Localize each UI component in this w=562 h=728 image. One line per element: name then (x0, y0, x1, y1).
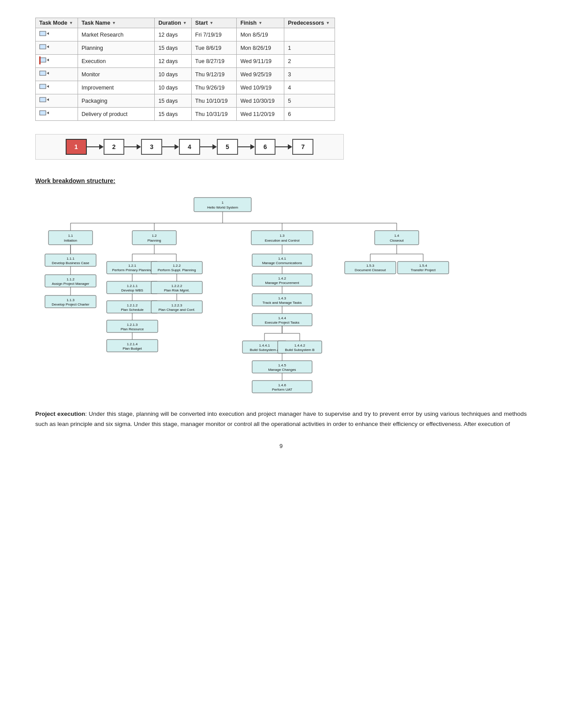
task-pred-cell: 6 (284, 108, 335, 121)
table-row: Execution12 daysTue 8/27/19Wed 9/11/192 (36, 55, 335, 68)
task-duration-cell: 15 days (155, 108, 191, 121)
svg-text:Build Subsystem A: Build Subsystem A (250, 348, 279, 352)
task-mode-cell (36, 81, 78, 94)
svg-text:Manage Procurement: Manage Procurement (265, 281, 300, 285)
svg-text:Execute Project Tasks: Execute Project Tasks (265, 321, 300, 325)
task-pred-cell: 4 (284, 81, 335, 94)
task-mode-cell (36, 55, 78, 68)
task-mode-icon (39, 43, 49, 51)
arrow-node-6: 6 (255, 139, 276, 155)
svg-text:Closeout: Closeout (390, 239, 404, 243)
svg-text:1.4.2: 1.4.2 (278, 276, 286, 280)
svg-rect-7 (40, 71, 46, 75)
task-start-cell: Thu 10/31/19 (191, 108, 237, 121)
svg-text:Manage Communications: Manage Communications (262, 261, 302, 265)
node-label-1: 1 (66, 139, 87, 155)
wbs-heading: Work breakdown structure: (35, 177, 527, 184)
node-label-2: 2 (104, 139, 125, 155)
task-start-cell: Tue 8/27/19 (191, 55, 237, 68)
svg-text:1: 1 (222, 201, 224, 205)
svg-text:1.4.4.1: 1.4.4.1 (259, 343, 270, 347)
svg-rect-9 (40, 84, 46, 89)
task-mode-cell (36, 41, 78, 55)
col-header-task-mode[interactable]: Task Mode▼ (36, 18, 78, 28)
col-header-predecessors[interactable]: Predecessors▼ (284, 18, 335, 28)
page-number: 9 (35, 443, 527, 449)
svg-text:Build Subsystem B: Build Subsystem B (285, 348, 314, 352)
dropdown-arrow-task-name[interactable]: ▼ (112, 21, 116, 25)
task-finish-cell: Wed 10/9/19 (237, 81, 284, 94)
svg-marker-8 (47, 72, 49, 75)
svg-text:1.2.2: 1.2.2 (173, 264, 181, 268)
task-duration-cell: 15 days (155, 41, 191, 55)
task-pred-cell: 5 (284, 94, 335, 108)
svg-text:1.1: 1.1 (68, 234, 73, 238)
svg-text:Plan Resource: Plan Resource (121, 327, 144, 331)
svg-rect-0 (40, 31, 46, 36)
node-label-7: 7 (292, 139, 313, 155)
table-row: Planning15 daysTue 8/6/19Mon 8/26/191 (36, 41, 335, 55)
task-table: Task Mode▼ Task Name▼ Duration▼ Start▼ F… (35, 18, 335, 121)
col-header-task-name[interactable]: Task Name▼ (78, 18, 155, 28)
task-mode-icon (39, 83, 49, 91)
dropdown-arrow-start[interactable]: ▼ (209, 21, 213, 25)
node-label-3: 3 (141, 139, 162, 155)
svg-text:Plan Risk Mgmt.: Plan Risk Mgmt. (164, 288, 190, 292)
col-header-duration[interactable]: Duration▼ (155, 18, 191, 28)
svg-text:Develop WBS: Develop WBS (121, 288, 143, 292)
svg-marker-3 (47, 45, 49, 48)
svg-text:Planning: Planning (147, 239, 161, 243)
task-duration-cell: 10 days (155, 68, 191, 81)
dropdown-arrow-duration[interactable]: ▼ (183, 21, 187, 25)
dropdown-arrow-finish[interactable]: ▼ (258, 21, 262, 25)
task-mode-cell (36, 94, 78, 108)
svg-marker-10 (47, 85, 49, 88)
dropdown-arrow-task-mode[interactable]: ▼ (69, 21, 73, 25)
svg-text:1.2.1.4: 1.2.1.4 (127, 342, 138, 346)
col-header-finish[interactable]: Finish▼ (237, 18, 284, 28)
task-duration-cell: 12 days (155, 55, 191, 68)
svg-text:1.2.1.3: 1.2.1.3 (127, 323, 138, 327)
project-execution-paragraph: Project execution: Under this stage, pla… (35, 409, 527, 429)
svg-text:Initiation: Initiation (64, 239, 77, 243)
wbs-diagram: 1 Hello World System 1.1 Initiation 1.2 … (35, 193, 527, 396)
svg-text:Plan Change and Conf.: Plan Change and Conf. (158, 308, 195, 312)
task-pred-cell: 3 (284, 68, 335, 81)
project-execution-text: : Under this stage, planning will be con… (35, 411, 527, 427)
dropdown-arrow-pred[interactable]: ▼ (326, 21, 330, 25)
svg-text:1.2.1.2: 1.2.1.2 (127, 303, 138, 307)
svg-text:1.3: 1.3 (279, 234, 285, 238)
node-label-4: 4 (179, 139, 200, 155)
task-mode-cell (36, 108, 78, 121)
svg-text:Execution and Control: Execution and Control (265, 239, 300, 243)
task-name-cell: Packaging (78, 94, 155, 108)
svg-text:Perform UAT: Perform UAT (272, 388, 292, 392)
table-row: Market Research12 daysFri 7/19/19Mon 8/5… (36, 28, 335, 41)
project-execution-label: Project execution (35, 411, 85, 417)
arrow-node-4: 4 (179, 139, 200, 155)
table-row: Packaging15 daysThu 10/10/19Wed 10/30/19… (36, 94, 335, 108)
svg-text:Track and Manage Tasks: Track and Manage Tasks (263, 301, 302, 305)
task-mode-icon (39, 70, 49, 78)
svg-text:1.4.3: 1.4.3 (278, 296, 286, 300)
task-finish-cell: Mon 8/5/19 (237, 28, 284, 41)
svg-text:Plan Budget: Plan Budget (123, 347, 142, 351)
svg-marker-5 (47, 59, 49, 61)
task-name-cell: Delivery of product (78, 108, 155, 121)
svg-text:1.2.2.2: 1.2.2.2 (171, 284, 182, 288)
table-row: Improvement10 daysThu 9/26/19Wed 10/9/19… (36, 81, 335, 94)
table-row: Monitor10 daysThu 9/12/19Wed 9/25/193 (36, 68, 335, 81)
svg-text:Hello World System: Hello World System (207, 205, 238, 209)
svg-text:1.4.4: 1.4.4 (278, 316, 286, 320)
svg-rect-11 (40, 97, 46, 102)
arrow-node-2: 2 (104, 139, 125, 155)
task-start-cell: Fri 7/19/19 (191, 28, 237, 41)
svg-text:1.1.3: 1.1.3 (67, 298, 74, 302)
arrow-diagram: 1234567 (35, 134, 344, 160)
task-start-cell: Thu 10/10/19 (191, 94, 237, 108)
col-header-start[interactable]: Start▼ (191, 18, 237, 28)
task-finish-cell: Wed 10/30/19 (237, 94, 284, 108)
svg-marker-12 (47, 98, 49, 101)
arrow-connector-6 (275, 144, 292, 149)
svg-marker-14 (47, 112, 49, 114)
